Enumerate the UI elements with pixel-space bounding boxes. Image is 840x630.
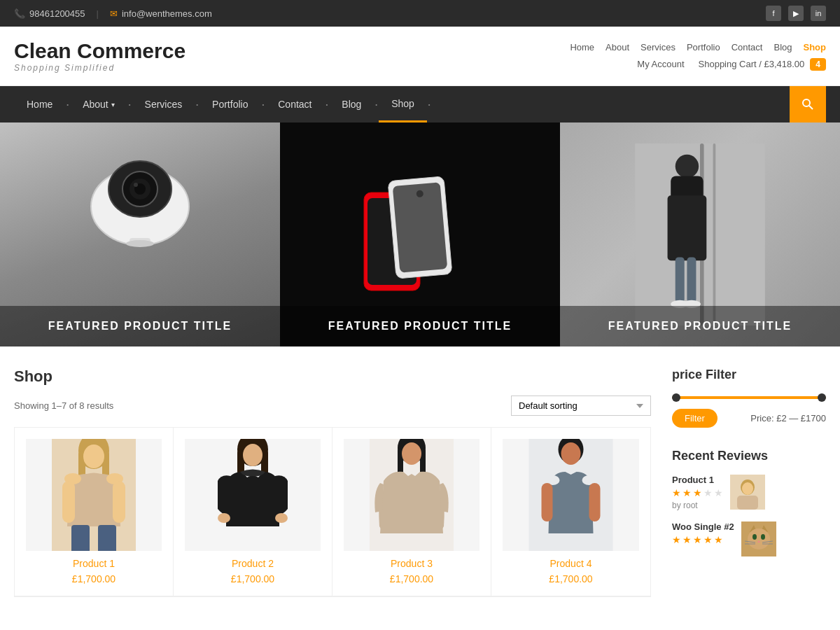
hero-overlay-3: FEATURED PRODUCT TITLE: [560, 306, 840, 346]
hero-title-3: FEATURED PRODUCT TITLE: [608, 320, 792, 332]
shop-area: Shop Showing 1–7 of 8 results Default so…: [14, 368, 651, 597]
fashion-svg: [630, 144, 770, 326]
shopping-cart[interactable]: Shopping Cart / £3,418.00 4: [699, 58, 826, 71]
product-card-1[interactable]: Product 1 £1,700.00: [15, 428, 174, 596]
star-2-3: ★: [693, 534, 702, 545]
product-card-4[interactable]: Product 4 £1,700.00: [491, 428, 650, 596]
header-actions: My Account Shopping Cart / £3,418.00 4: [637, 58, 826, 71]
header-right: Home About Services Portfolio Contact Bl…: [570, 42, 826, 71]
review-info-2: Woo Single #2 ★ ★ ★ ★ ★: [672, 522, 734, 547]
product-name-4: Product 4: [503, 558, 639, 569]
product3-svg: [344, 439, 479, 551]
phone-info: 📞 98461200455: [14, 8, 85, 19]
review-product-name-2[interactable]: Woo Single #2: [672, 522, 734, 532]
hero-item-2[interactable]: FEATURED PRODUCT TITLE: [280, 122, 560, 346]
product4-svg: [503, 439, 639, 551]
product1-svg: [26, 439, 162, 551]
shop-toolbar: Showing 1–7 of 8 results Default sorting…: [14, 396, 651, 416]
svg-point-0: [803, 99, 810, 106]
camera-svg: [84, 144, 196, 255]
search-icon: [802, 98, 814, 111]
nav-dot-7: •: [427, 102, 432, 108]
logo-area: Clean Commerce Shopping Simplified: [14, 39, 186, 73]
svg-point-42: [218, 513, 230, 523]
product-price-4: £1,700.00: [503, 573, 639, 584]
product-name-3: Product 3: [344, 558, 479, 569]
filter-slider-track: [672, 396, 826, 399]
product-grid: Product 1 £1,700.00: [14, 427, 651, 597]
logo-title[interactable]: Clean Commerce: [14, 39, 186, 63]
product-img-2: [185, 439, 321, 551]
svg-rect-21: [676, 258, 685, 303]
top-nav-home[interactable]: Home: [570, 42, 594, 52]
filter-button[interactable]: Filter: [672, 409, 718, 428]
nav-blog[interactable]: Blog: [329, 86, 374, 122]
hero-item-1[interactable]: FEATURED PRODUCT TITLE: [0, 122, 280, 346]
shop-title: Shop: [14, 368, 651, 386]
filter-handle-left[interactable]: [672, 393, 680, 402]
nav-portfolio[interactable]: Portfolio: [200, 86, 260, 122]
price-filter: price Filter Filter Price: £2 — £1700: [672, 368, 826, 428]
product-img-3: [344, 439, 479, 551]
top-nav-blog[interactable]: Blog: [774, 42, 792, 52]
nav-dot-4: •: [260, 102, 265, 108]
recent-reviews: Recent Reviews Product 1 ★ ★ ★ ★ ★ by ro…: [672, 449, 826, 556]
nav-home[interactable]: Home: [14, 86, 65, 122]
top-nav-services[interactable]: Services: [640, 42, 676, 52]
product-name-2: Product 2: [185, 558, 321, 569]
top-nav-portfolio[interactable]: Portfolio: [687, 42, 720, 52]
nav-contact[interactable]: Contact: [265, 86, 324, 122]
star-2-4: ★: [704, 534, 713, 545]
hero-item-3[interactable]: FEATURED PRODUCT TITLE: [560, 122, 840, 346]
svg-point-63: [748, 528, 770, 550]
header: Clean Commerce Shopping Simplified Home …: [0, 27, 840, 86]
sort-select[interactable]: Default sorting Sort by popularity Sort …: [511, 396, 651, 416]
product-img-1: [26, 439, 162, 551]
star-2-5: ★: [714, 534, 723, 545]
svg-rect-17: [713, 144, 716, 326]
product-price-3: £1,700.00: [344, 573, 479, 584]
review-product-name-1[interactable]: Product 1: [672, 475, 723, 485]
nav-dot-6: •: [374, 102, 379, 108]
nav-dot-3: •: [195, 102, 200, 108]
hero-overlay-2: FEATURED PRODUCT TITLE: [280, 306, 560, 346]
hero-section: FEATURED PRODUCT TITLE FEATURED PRODUCT …: [0, 122, 840, 346]
phone-number: 98461200455: [29, 8, 85, 19]
my-account-link[interactable]: My Account: [637, 59, 684, 69]
review-thumb-1: [730, 475, 765, 510]
linkedin-icon[interactable]: in: [811, 6, 826, 21]
email-address: info@wenthemes.com: [122, 8, 212, 19]
top-nav-contact[interactable]: Contact: [732, 42, 763, 52]
product-card-2[interactable]: Product 2 £1,700.00: [174, 428, 332, 596]
price-filter-title: price Filter: [672, 368, 826, 382]
search-button[interactable]: [790, 86, 826, 122]
nav-shop[interactable]: Shop: [379, 86, 427, 122]
recent-reviews-title: Recent Reviews: [672, 449, 826, 463]
hero-title-1: FEATURED PRODUCT TITLE: [48, 320, 232, 332]
email-icon: ✉: [110, 8, 118, 19]
shop-count: Showing 1–7 of 8 results: [14, 400, 113, 411]
nav-services[interactable]: Services: [132, 86, 195, 122]
top-nav-shop[interactable]: Shop: [804, 42, 827, 52]
product-price-1: £1,700.00: [26, 573, 162, 584]
product-price-2: £1,700.00: [185, 573, 321, 584]
filter-handle-right[interactable]: [818, 393, 826, 402]
filter-bar: Filter Price: £2 — £1700: [672, 409, 826, 428]
svg-point-51: [561, 442, 581, 465]
svg-point-30: [83, 444, 104, 468]
youtube-icon[interactable]: ▶: [788, 6, 804, 21]
price-range-text: Price: £2 — £1700: [750, 413, 826, 424]
product-card-3[interactable]: Product 3 £1,700.00: [332, 428, 491, 596]
sidebar: price Filter Filter Price: £2 — £1700 Re…: [672, 368, 826, 597]
svg-rect-36: [98, 525, 116, 551]
facebook-icon[interactable]: f: [766, 6, 781, 21]
svg-point-48: [402, 442, 421, 465]
cart-badge[interactable]: 4: [810, 58, 826, 71]
shopping-cart-label: Shopping Cart / £3,418.00: [699, 59, 805, 69]
top-nav-about[interactable]: About: [606, 42, 629, 52]
review-stars-2: ★ ★ ★ ★ ★: [672, 534, 734, 545]
review-thumb-2: [741, 522, 776, 556]
nav-dot-5: •: [325, 102, 330, 108]
nav-about[interactable]: About ▾: [70, 86, 127, 122]
main-content: Shop Showing 1–7 of 8 results Default so…: [0, 346, 840, 618]
